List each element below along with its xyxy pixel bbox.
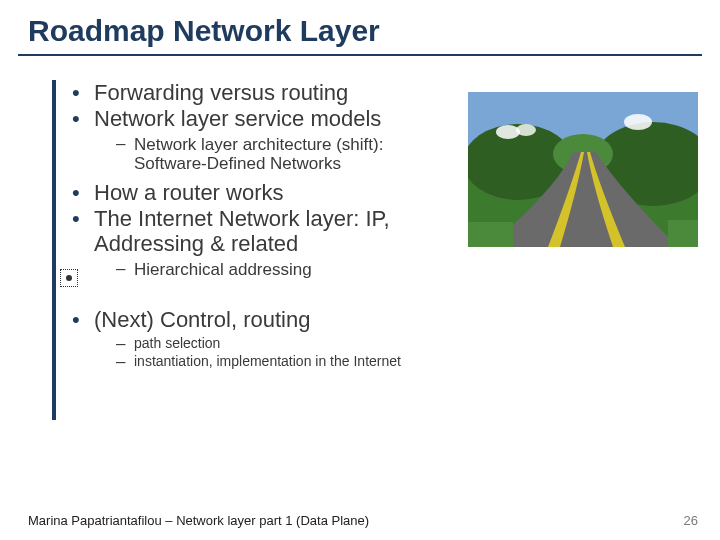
bullet-text: Forwarding versus routing [94,80,348,105]
page-number: 26 [684,513,698,528]
sub-bullet-item: Network layer architecture (shift): Soft… [116,135,436,174]
svg-rect-6 [668,220,698,247]
bullet-text: path selection [134,335,220,351]
svg-rect-5 [468,222,513,247]
sub-bullet-item: path selection [116,335,720,352]
footer-text: Marina Papatriantafilou – Network layer … [28,513,369,528]
bullet-text: Network layer architecture (shift): Soft… [134,135,383,174]
bullet-text: Network layer service models [94,106,381,131]
sub-bullet-item: Hierarchical addressing [116,260,432,280]
sub-bullet-item: instantiation, implementation in the Int… [116,353,720,370]
svg-point-8 [516,124,536,136]
current-topic-marker-icon [60,269,78,287]
bullet-text: Hierarchical addressing [134,260,312,279]
bullet-text: instantiation, implementation in the Int… [134,353,401,369]
vertical-accent-bar [52,80,56,420]
bullet-item: (Next) Control, routing path selection i… [72,307,720,370]
slide-title: Roadmap Network Layer [0,0,720,54]
bullet-text: (Next) Control, routing [94,307,310,332]
bullet-item: The Internet Network layer: IP, Addressi… [72,206,432,279]
bullet-text: The Internet Network layer: IP, Addressi… [94,206,390,256]
sub-bullet-list: path selection instantiation, implementa… [116,335,720,370]
svg-point-7 [496,125,520,139]
bullet-text: How a router works [94,180,284,205]
svg-point-9 [624,114,652,130]
sub-bullet-list: Hierarchical addressing [116,260,432,280]
road-photo [468,92,698,247]
bullet-list: (Next) Control, routing path selection i… [72,307,720,370]
